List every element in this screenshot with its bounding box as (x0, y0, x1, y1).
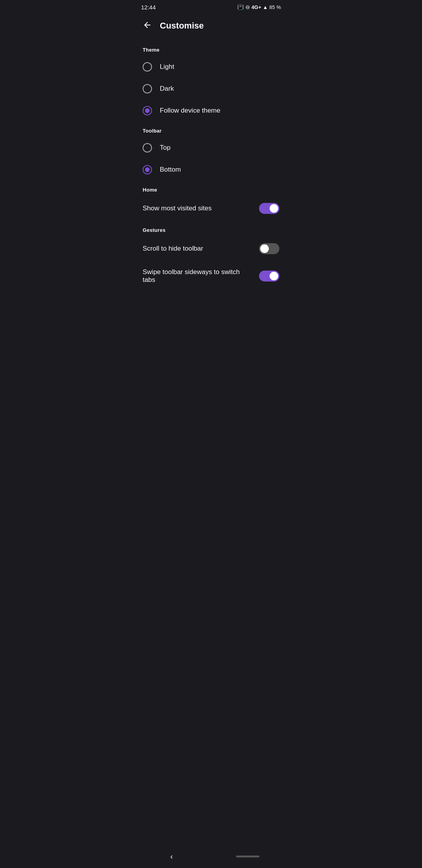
theme-follow-label: Follow device theme (160, 107, 220, 115)
toolbar-section-label: Toolbar (135, 122, 287, 137)
scroll-hide-thumb (260, 244, 269, 253)
theme-light-label: Light (160, 63, 174, 71)
swipe-switch-label: Swipe toolbar sideways to switch tabs (143, 268, 259, 284)
toolbar-top-radio[interactable] (143, 143, 152, 152)
theme-light-radio[interactable] (143, 62, 152, 72)
most-visited-label: Show most visited sites (143, 204, 259, 212)
dnd-icon: ⊖ (245, 4, 250, 10)
gestures-section-label: Gestures (135, 221, 287, 236)
signal-icon: ▲ (263, 4, 268, 10)
toolbar-section: Toolbar Top Bottom (135, 122, 287, 181)
toolbar-bottom-label: Bottom (160, 166, 181, 174)
most-visited-thumb (270, 204, 278, 213)
toolbar-top-option[interactable]: Top (135, 137, 287, 159)
most-visited-toggle[interactable] (259, 203, 279, 214)
theme-dark-radio[interactable] (143, 84, 152, 93)
vibrate-icon: 📳 (237, 4, 244, 10)
header: Customise (135, 14, 287, 41)
most-visited-toggle-item[interactable]: Show most visited sites (135, 196, 287, 221)
scroll-hide-label: Scroll to hide toolbar (143, 245, 259, 253)
theme-dark-label: Dark (160, 85, 174, 93)
toolbar-bottom-radio[interactable] (143, 165, 152, 174)
status-icons: 📳 ⊖ 4G+ ▲ 85 % (237, 4, 281, 10)
swipe-switch-toggle-item[interactable]: Swipe toolbar sideways to switch tabs (135, 261, 287, 291)
theme-light-option[interactable]: Light (135, 56, 287, 78)
status-bar: 12:44 📳 ⊖ 4G+ ▲ 85 % (135, 0, 287, 14)
status-time: 12:44 (141, 4, 156, 11)
theme-follow-option[interactable]: Follow device theme (135, 100, 287, 122)
home-section: Home Show most visited sites (135, 181, 287, 221)
network-label: 4G+ (252, 4, 261, 10)
gestures-section: Gestures Scroll to hide toolbar Swipe to… (135, 221, 287, 291)
theme-dark-option[interactable]: Dark (135, 78, 287, 100)
theme-section-label: Theme (135, 41, 287, 56)
swipe-switch-thumb (270, 272, 278, 280)
battery-label: 85 % (269, 4, 281, 10)
theme-section: Theme Light Dark Follow device theme (135, 41, 287, 122)
scroll-hide-toggle[interactable] (259, 243, 279, 254)
back-button[interactable] (141, 19, 154, 33)
theme-follow-radio[interactable] (143, 106, 152, 115)
scroll-hide-toggle-item[interactable]: Scroll to hide toolbar (135, 236, 287, 261)
toolbar-top-label: Top (160, 144, 170, 152)
home-section-label: Home (135, 181, 287, 196)
toolbar-bottom-option[interactable]: Bottom (135, 159, 287, 181)
swipe-switch-toggle[interactable] (259, 271, 279, 282)
page-title: Customise (160, 21, 204, 31)
settings-content: Theme Light Dark Follow device theme Too… (135, 41, 287, 291)
